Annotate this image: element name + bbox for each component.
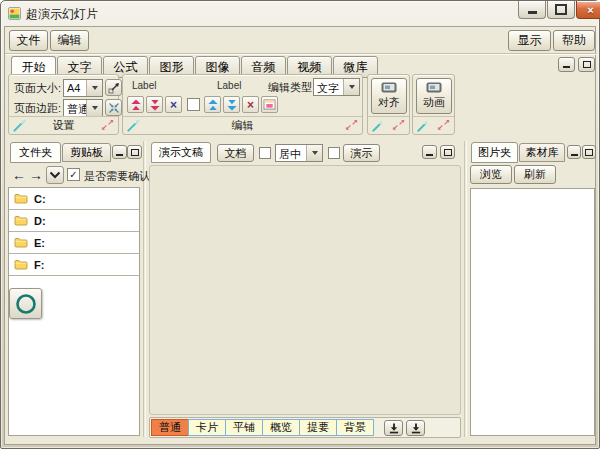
tab-clipboard[interactable]: 剪贴板 — [62, 143, 111, 162]
margin-collapse-button[interactable] — [105, 99, 122, 116]
settings-group-footer: 设置 ↗↙ — [9, 116, 118, 134]
delete-navy-button[interactable]: × — [165, 96, 182, 113]
collapse-inward-icon — [108, 102, 120, 114]
left-panel-minimize-button[interactable] — [112, 145, 127, 159]
ribbon-maximize-button[interactable] — [578, 57, 595, 72]
group-expand-icon[interactable]: ↗↙ — [392, 119, 405, 132]
close-button[interactable]: × — [576, 1, 600, 19]
maximize-icon — [583, 61, 591, 68]
circle-icon — [15, 293, 37, 315]
move-up-pink-button[interactable] — [127, 96, 144, 113]
chevron-down-icon — [49, 171, 61, 179]
move-down-pink-button[interactable] — [146, 96, 163, 113]
titlebar[interactable]: 超演示幻灯片 × — [1, 1, 599, 26]
group-expand-icon[interactable]: ↗↙ — [101, 119, 114, 132]
pictures-content[interactable] — [470, 188, 595, 436]
minimize-icon — [528, 11, 537, 14]
view-tab-overview[interactable]: 概览 — [262, 419, 300, 436]
dialog-button[interactable] — [261, 96, 278, 113]
move-up-blue-button[interactable] — [204, 96, 221, 113]
edit-type-dropdown[interactable]: 文字 — [313, 78, 360, 96]
menu-edit-button[interactable]: 编辑 — [50, 30, 89, 51]
left-panel-maximize-button[interactable] — [127, 145, 142, 159]
dialog-icon — [263, 99, 276, 110]
edit-checkbox[interactable] — [187, 98, 200, 111]
group-expand-icon[interactable]: ↗↙ — [437, 119, 450, 132]
view-tab-outline[interactable]: 提要 — [299, 419, 337, 436]
menu-file-button[interactable]: 文件 — [9, 30, 48, 51]
left-splitter[interactable] — [143, 141, 146, 437]
folder-icon — [14, 237, 28, 248]
wand-icon — [372, 120, 384, 132]
wand-icon — [127, 119, 140, 132]
view-tab-tile[interactable]: 平铺 — [225, 419, 263, 436]
view-tab-background[interactable]: 背景 — [336, 419, 374, 436]
move-down-blue-button[interactable] — [223, 96, 240, 113]
minimize-button[interactable] — [518, 1, 546, 19]
center-panel-minimize-button[interactable] — [422, 145, 437, 159]
tab-folders[interactable]: 文件夹 — [10, 142, 61, 163]
right-panel-minimize-button[interactable] — [567, 145, 581, 159]
center-panel-maximize-button[interactable] — [440, 145, 455, 159]
animation-button-label: 动画 — [423, 95, 445, 110]
view-tab-bar: 普通 卡片 平铺 概览 提要 背景 — [149, 417, 461, 438]
maximize-button[interactable] — [547, 1, 575, 19]
double-up-arrow-icon — [130, 99, 142, 111]
confirm-checkbox[interactable]: ✓ — [67, 168, 80, 181]
ribbon-group-settings: 页面大小: A4 页面边距: 普通 — [8, 74, 119, 135]
browse-button[interactable]: 浏览 — [470, 165, 512, 184]
menu-help-button[interactable]: 帮助 — [553, 30, 595, 51]
present-button[interactable]: 演示 — [343, 144, 380, 162]
animation-group-footer: ↗↙ — [413, 116, 454, 134]
record-circle-button[interactable] — [9, 288, 42, 319]
drive-label: E: — [34, 237, 45, 249]
drive-row-f[interactable]: F: — [9, 254, 139, 276]
align-group-footer: ↗↙ — [368, 116, 409, 134]
center-checkbox-2[interactable] — [328, 147, 340, 159]
ribbon-minimize-button[interactable] — [558, 57, 575, 72]
drive-label: C: — [34, 193, 46, 205]
page-resize-button[interactable] — [105, 79, 122, 96]
download-icon — [388, 423, 400, 434]
back-arrow-icon[interactable]: ← — [12, 168, 26, 182]
page-margin-dropdown[interactable]: 普通 — [63, 99, 103, 117]
tab-pictures[interactable]: 图片夹 — [471, 142, 518, 163]
animation-button[interactable]: 动画 — [416, 78, 452, 114]
page-size-dropdown[interactable]: A4 — [63, 79, 103, 97]
page-size-value: A4 — [64, 80, 86, 96]
right-panel-maximize-button[interactable] — [582, 145, 596, 159]
double-down-arrow-icon — [149, 99, 161, 111]
history-dropdown-button[interactable] — [46, 166, 64, 184]
delete-red-button[interactable]: × — [242, 96, 259, 113]
align-button[interactable]: 对齐 — [371, 78, 407, 114]
import-button[interactable] — [384, 420, 403, 436]
right-splitter[interactable] — [464, 141, 467, 437]
group-expand-icon[interactable]: ↗↙ — [345, 119, 358, 132]
ribbon-group-align: 对齐 ↗↙ — [367, 74, 410, 135]
folder-icon — [14, 259, 28, 270]
document-button[interactable]: 文档 — [217, 144, 254, 162]
drive-row-e[interactable]: E: — [9, 232, 139, 254]
maximize-icon — [555, 4, 567, 15]
export-button[interactable] — [406, 420, 425, 436]
align-center-value: 居中 — [276, 145, 306, 161]
minimize-icon — [571, 154, 578, 156]
edit-group-footer: 编辑 ↗↙ — [123, 116, 362, 134]
drive-row-d[interactable]: D: — [9, 210, 139, 232]
edit-label-b: Label — [217, 80, 241, 91]
minimize-icon — [563, 66, 570, 68]
slide-canvas[interactable] — [149, 165, 461, 415]
align-center-dropdown[interactable]: 居中 — [275, 144, 323, 162]
menu-display-button[interactable]: 显示 — [508, 30, 551, 51]
refresh-button[interactable]: 刷新 — [514, 165, 556, 184]
view-tab-normal[interactable]: 普通 — [151, 419, 189, 436]
center-checkbox-1[interactable] — [259, 147, 271, 159]
wand-icon — [417, 120, 429, 132]
tab-materials[interactable]: 素材库 — [519, 143, 565, 162]
tab-presentation[interactable]: 演示文稿 — [151, 142, 211, 163]
view-tab-card[interactable]: 卡片 — [188, 419, 226, 436]
dropdown-arrow-icon — [306, 145, 322, 161]
edit-group-title: 编辑 — [140, 118, 345, 133]
drive-row-c[interactable]: C: — [9, 188, 139, 210]
forward-arrow-icon[interactable]: → — [29, 168, 43, 182]
